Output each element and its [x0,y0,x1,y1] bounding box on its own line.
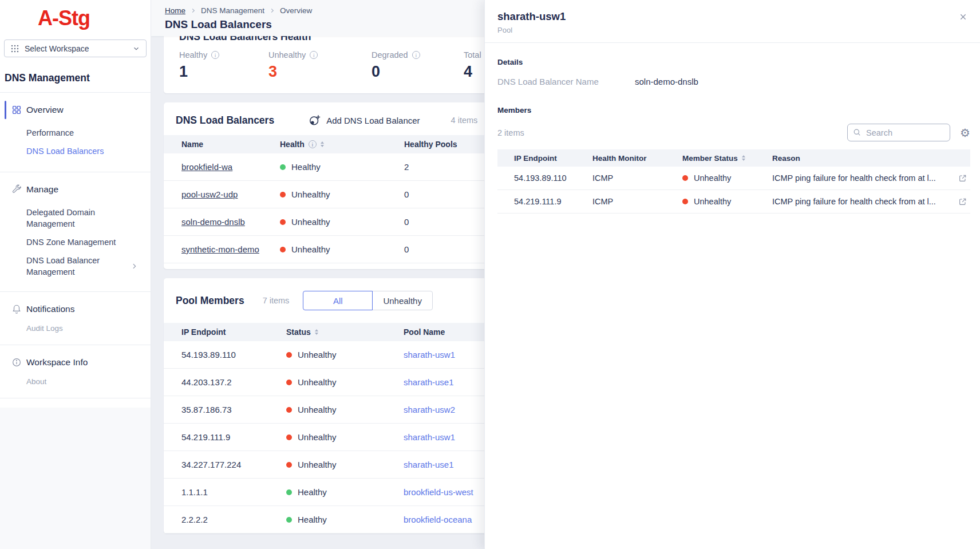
search-box [847,124,950,141]
ip-endpoint: 54.193.89.110 [164,350,286,360]
column-label: Status [286,327,311,337]
column-healthy-pools[interactable]: Healthy Pools [404,140,496,149]
sidebar-item-audit-logs[interactable]: Audit Logs [0,323,151,334]
sidebar-item-performance[interactable]: Performance [0,127,151,139]
status-label: Unhealthy [298,432,337,442]
pool-name-link[interactable]: sharath-use1 [404,377,454,387]
column-label: Health [280,140,305,149]
info-circle-icon [11,357,22,368]
info-icon[interactable] [310,51,318,59]
pool-name-link[interactable]: sharath-usw1 [404,350,455,360]
health-label: Unhealthy [291,244,330,254]
stat-label: Healthy [179,50,207,60]
add-button-label: Add DNS Load Balancer [326,116,420,125]
workspace-selector-label: Select Workspace [25,44,127,53]
ip-endpoint: 2.2.2.2 [164,515,286,524]
info-icon[interactable] [309,140,317,148]
breadcrumb-home[interactable]: Home [165,6,185,15]
wrench-icon [11,184,22,195]
stat-label: Total [464,50,481,60]
lb-name-link[interactable]: synthetic-mon-demo [181,244,259,254]
reason-text: ICMP ping failure for health check from … [772,197,936,206]
stat-total: Total 4 [464,50,481,81]
detail-label: DNS Load Balancer Name [497,77,635,86]
lb-card-title: DNS Load Balancers [176,114,274,127]
sidebar-item-notifications[interactable]: Notifications [0,299,151,319]
stat-value: 3 [268,63,372,81]
status-dot [286,407,292,413]
chevron-right-icon [131,263,138,270]
details-heading: Details [497,58,970,66]
close-icon[interactable] [959,13,967,23]
health-monitor: ICMP [592,173,682,183]
stat-value: 1 [179,63,268,81]
health-dot [280,247,286,252]
sidebar-item-delegated-domain-management[interactable]: Delegated Domain Management [0,207,151,230]
brand-logo: A-Stg [0,0,151,31]
info-icon[interactable] [211,51,219,59]
gear-icon[interactable]: ⚙ [960,127,970,139]
chevron-down-icon [132,45,140,53]
health-dot [280,164,286,170]
column-health-monitor[interactable]: Health Monitor [592,154,682,163]
sidebar-item-dns-load-balancer-management[interactable]: DNS Load Balancer Management [0,255,151,278]
status-label: Unhealthy [694,197,731,206]
pool-name-link[interactable]: sharath-usw1 [404,432,455,442]
pool-name-link[interactable]: brookfield-oceana [404,515,472,524]
divider [0,291,151,292]
health-dot [280,219,286,225]
sidebar-item-manage[interactable]: Manage [0,179,151,200]
sidebar-item-label: Notifications [26,304,74,314]
sidebar: A-Stg Select Workspace DNS Management Ov… [0,0,151,549]
tab-unhealthy[interactable]: Unhealthy [372,291,433,310]
sort-icon[interactable] [321,141,324,147]
sidebar-item-about[interactable]: About [0,376,151,388]
tab-all[interactable]: All [303,291,373,310]
lb-name-link[interactable]: brookfield-wa [181,162,232,172]
members-table: IP Endpoint Health Monitor Member Status… [497,149,970,214]
healthy-pools-value: 2 [404,162,496,172]
status-dot [286,435,292,440]
health-monitor: ICMP [592,197,682,206]
lb-name-link[interactable]: pool-usw2-udp [181,189,238,199]
pool-name-link[interactable]: brookfield-us-west [404,487,473,497]
pool-name-link[interactable]: sharath-usw2 [404,405,455,414]
healthy-pools-value: 0 [404,217,496,227]
pool-detail-panel: sharath-usw1 Pool Details DNS Load Balan… [484,0,980,549]
status-dot [286,352,292,358]
members-table-header: IP Endpoint Health Monitor Member Status… [497,149,970,167]
sort-icon[interactable] [315,329,318,335]
sidebar-item-dns-load-balancers[interactable]: DNS Load Balancers [0,145,151,157]
sidebar-item-label: Manage [26,184,58,195]
table-row: 54.193.89.110 ICMP Unhealthy ICMP ping f… [497,167,970,190]
search-input[interactable] [847,124,950,141]
sidebar-item-overview[interactable]: Overview [0,100,151,120]
external-link-icon[interactable] [953,198,970,206]
column-ip-endpoint[interactable]: IP Endpoint [164,327,286,337]
info-icon[interactable] [412,51,420,59]
stat-label: Unhealthy [268,50,306,60]
pool-name-link[interactable]: sharath-use1 [404,460,454,469]
ip-endpoint: 54.219.111.9 [497,197,592,206]
breadcrumb-dns-management[interactable]: DNS Management [201,6,264,15]
column-status[interactable]: Status [286,327,404,337]
column-reason[interactable]: Reason [772,154,970,163]
sort-icon[interactable] [742,155,745,161]
column-health[interactable]: Health [280,140,404,149]
status-label: Unhealthy [298,377,337,387]
sidebar-item-workspace-info[interactable]: Workspace Info [0,352,151,373]
status-filter-tabs: All Unhealthy [303,291,433,310]
stat-label: Degraded [372,50,408,60]
workspace-selector[interactable]: Select Workspace [4,40,147,57]
column-ip-endpoint[interactable]: IP Endpoint [497,154,592,163]
status-dot [286,462,292,468]
add-dns-load-balancer-button[interactable]: Add DNS Load Balancer [309,114,420,127]
column-name[interactable]: Name [164,140,280,149]
external-link-icon[interactable] [953,174,970,183]
column-member-status[interactable]: Member Status [682,154,772,163]
lb-name-link[interactable]: soln-demo-dnslb [181,217,245,227]
sidebar-item-dns-zone-management[interactable]: DNS Zone Management [0,236,151,248]
search-icon [852,128,862,137]
health-label: Healthy [291,162,321,172]
stat-value: 4 [464,63,481,81]
